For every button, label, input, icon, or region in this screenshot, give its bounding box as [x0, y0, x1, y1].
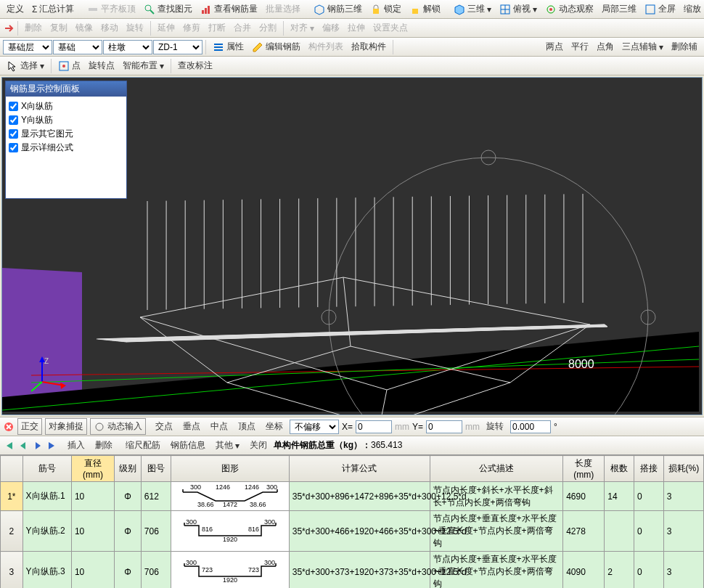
category-select[interactable]: 基础	[53, 40, 102, 54]
panel-title: 钢筋显示控制面板	[6, 81, 126, 97]
edit-rebar-button[interactable]: 编辑钢筋	[248, 38, 304, 55]
col-grade[interactable]: 级别	[115, 456, 142, 482]
col-length[interactable]: 长度(mm)	[563, 456, 605, 482]
osnap-toggle[interactable]: 对象捕捉	[45, 418, 87, 435]
parallel-button[interactable]: 平行	[568, 38, 592, 55]
delete-aux-button[interactable]: 删除辅	[668, 38, 701, 55]
mid-snap[interactable]: 中点	[207, 418, 232, 435]
check-label-button[interactable]: 查改标注	[174, 57, 216, 74]
level-icon	[87, 4, 99, 15]
property-button[interactable]: 属性	[209, 38, 247, 55]
layer-select[interactable]: 基础层	[3, 40, 52, 54]
fullscreen-button[interactable]: 全屏	[641, 1, 679, 17]
viewport-3d[interactable]: 钢筋显示控制面板 X向纵筋 Y向纵筋 显示其它图元 显示详细公式	[1, 77, 703, 415]
rebar-info-btn[interactable]: 钢筋信息	[167, 437, 209, 454]
other-btn[interactable]: 其他 ▾	[212, 437, 243, 454]
col-formula[interactable]: 计算公式	[289, 456, 430, 482]
col-shape[interactable]: 图形	[171, 456, 289, 482]
arrow-icon[interactable]	[3, 23, 15, 34]
total-weight-label: 单构件钢筋总重（kg）：365.413	[274, 439, 402, 452]
col-count[interactable]: 根数	[605, 456, 634, 482]
toolbar-component: 基础层 基础 柱墩 ZD-1 属性 编辑钢筋 构件列表 拾取构件 两点 平行 点…	[0, 38, 704, 57]
level-top-button: 平齐板顶	[83, 1, 139, 17]
svg-text:300: 300	[190, 483, 201, 491]
svg-rect-7	[373, 9, 379, 14]
nav-prev-icon[interactable]	[17, 440, 29, 452]
col-dia[interactable]: 直径(mm)	[71, 456, 114, 482]
ortho-toggle[interactable]: 正交	[17, 418, 42, 435]
offset-mode-select[interactable]: 不偏移	[290, 420, 339, 434]
batch-select-button: 批量选择	[262, 1, 304, 17]
find-element-button[interactable]: 查找图元	[140, 1, 196, 17]
close-btn[interactable]: 关闭	[246, 437, 271, 454]
svg-rect-16	[214, 44, 223, 45]
nav-next-icon[interactable]	[32, 440, 44, 452]
scale-btn[interactable]: 缩尺配筋	[122, 437, 164, 454]
pick-component-button[interactable]: 拾取构件	[348, 38, 390, 55]
svg-point-14	[549, 8, 552, 11]
3d-view-button[interactable]: 三维 ▾	[450, 1, 495, 17]
move-button: 移动	[97, 20, 122, 36]
col-loss[interactable]: 损耗(%)	[663, 456, 703, 482]
insert-row-button[interactable]: 插入	[64, 437, 89, 454]
chk-other-elements[interactable]: 显示其它图元	[9, 127, 123, 141]
unlock-button[interactable]: 解锁	[406, 1, 444, 17]
svg-line-87	[31, 382, 42, 391]
svg-text:816: 816	[248, 526, 259, 533]
col-splice[interactable]: 搭接	[634, 456, 664, 482]
svg-text:38.66: 38.66	[250, 501, 266, 508]
top-view-button[interactable]: 俯视 ▾	[496, 1, 541, 17]
col-desc[interactable]: 公式描述	[430, 456, 563, 482]
intersect-snap[interactable]: 交点	[152, 418, 176, 435]
smart-place-button[interactable]: 智能布置 ▾	[119, 57, 168, 74]
x-input[interactable]	[356, 420, 392, 433]
close-icon[interactable]	[3, 421, 15, 433]
svg-text:Z: Z	[44, 357, 49, 365]
table-row[interactable]: 1* X向纵筋.110Φ612 30012461246300 38.661472…	[1, 482, 704, 511]
zoom-button[interactable]: 缩放	[680, 1, 704, 17]
stretch-button: 拉伸	[344, 20, 369, 36]
svg-text:816: 816	[202, 526, 213, 533]
delete-row-button[interactable]: 删除	[91, 437, 116, 454]
svg-point-20	[62, 65, 65, 68]
point-button[interactable]: 点	[54, 57, 84, 74]
chk-x-rebar[interactable]: X向纵筋	[9, 99, 123, 113]
local-3d-button[interactable]: 局部三维	[598, 1, 640, 17]
table-row[interactable]: 2 Y向纵筋.210Φ706 300816816300 192035*d+300…	[1, 511, 704, 552]
chk-y-rebar[interactable]: Y向纵筋	[9, 113, 123, 127]
define-button[interactable]: 定义	[3, 1, 28, 17]
id-select[interactable]: ZD-1	[153, 40, 202, 54]
three-point-button[interactable]: 三点辅轴 ▾	[618, 38, 667, 55]
break-button: 打断	[205, 20, 229, 36]
nav-first-icon[interactable]	[3, 440, 15, 452]
table-row[interactable]: 3 Y向纵筋.310Φ706 300723723300 192035*d+300…	[1, 552, 704, 589]
coord-button[interactable]: 坐标	[262, 418, 287, 435]
rotate-point-button[interactable]: 旋转点	[85, 57, 118, 74]
svg-text:1920: 1920	[223, 536, 237, 543]
sum-calc-button[interactable]: Σ 汇总计算	[28, 1, 78, 17]
col-tuno[interactable]: 图号	[141, 456, 171, 482]
rotate-input[interactable]	[510, 420, 551, 433]
chk-detailed-formula[interactable]: 显示详细公式	[9, 141, 123, 155]
perp-snap[interactable]: 垂点	[179, 418, 204, 435]
copy-button: 复制	[46, 20, 71, 36]
svg-text:300: 300	[266, 483, 277, 491]
col-name[interactable]: 筋号	[22, 456, 71, 482]
lock-button[interactable]: 锁定	[367, 1, 405, 17]
view-rebar-button[interactable]: 查看钢筋量	[197, 1, 261, 17]
two-point-button[interactable]: 两点	[542, 38, 567, 55]
svg-text:1246: 1246	[245, 483, 259, 491]
orbit-icon	[545, 4, 557, 15]
table-toolbar: 插入 删除 缩尺配筋 钢筋信息 其他 ▾ 关闭 单构件钢筋总重（kg）：365.…	[0, 436, 704, 454]
dyn-input-toggle[interactable]: 动态输入	[90, 418, 146, 435]
vertex-snap[interactable]: 顶点	[234, 418, 259, 435]
svg-rect-3	[202, 10, 204, 14]
nav-last-icon[interactable]	[46, 440, 58, 452]
subcat-select[interactable]: 柱墩	[103, 40, 152, 54]
rebar-3d-button[interactable]: 钢筋三维	[310, 1, 366, 17]
y-input[interactable]	[426, 420, 462, 433]
toolbar-draw: 选择 ▾ 点 旋转点 智能布置 ▾ 查改标注	[0, 57, 704, 75]
orbit-button[interactable]: 动态观察	[541, 1, 597, 17]
select-button[interactable]: 选择 ▾	[3, 57, 48, 74]
point-angle-button[interactable]: 点角	[593, 38, 618, 55]
